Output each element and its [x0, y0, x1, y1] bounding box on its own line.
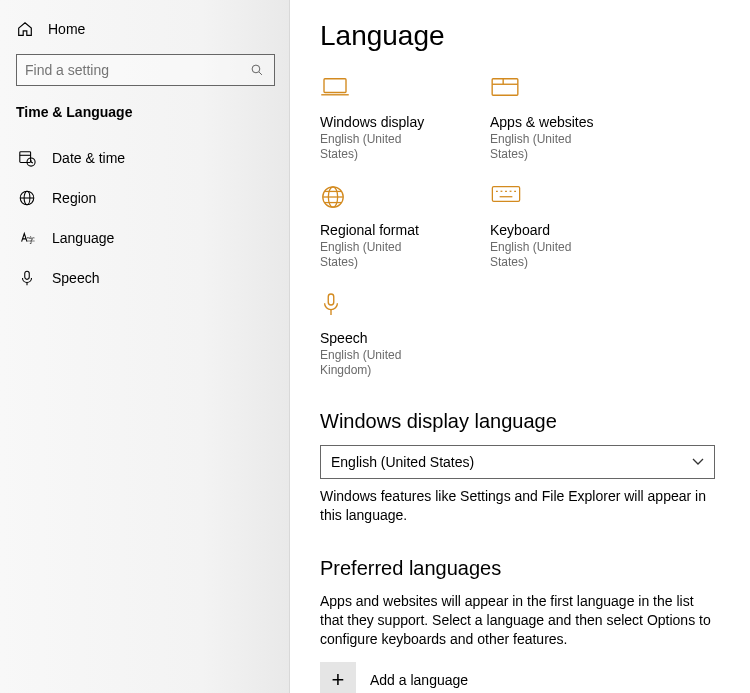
search-box[interactable]	[16, 54, 275, 86]
sidebar-item-label: Language	[52, 230, 114, 246]
sidebar-item-speech[interactable]: Speech	[16, 258, 275, 298]
svg-rect-23	[492, 187, 519, 202]
preferred-languages-heading: Preferred languages	[320, 557, 720, 580]
sidebar-item-label: Date & time	[52, 150, 125, 166]
svg-rect-2	[20, 152, 31, 163]
tile-apps-websites[interactable]: Apps & websites English (United States)	[490, 76, 610, 162]
svg-line-6	[31, 162, 33, 163]
language-icon: 字	[18, 229, 36, 247]
keyboard-icon	[490, 184, 610, 210]
sidebar-item-language[interactable]: 字 Language	[16, 218, 275, 258]
main-content: Language Windows display English (United…	[290, 0, 750, 693]
laptop-icon	[320, 76, 440, 102]
search-icon	[248, 61, 266, 79]
sidebar-item-date-time[interactable]: Date & time	[16, 138, 275, 178]
apps-window-icon	[490, 76, 610, 102]
svg-text:字: 字	[27, 236, 35, 245]
display-language-heading: Windows display language	[320, 410, 720, 433]
sidebar: Home Time & Language Date & time Region	[0, 0, 290, 693]
calendar-clock-icon	[18, 149, 36, 167]
globe-icon	[18, 189, 36, 207]
display-language-dropdown[interactable]: English (United States)	[320, 445, 715, 479]
tile-keyboard[interactable]: Keyboard English (United States)	[490, 184, 610, 270]
home-link[interactable]: Home	[16, 16, 275, 50]
language-tile-grid: Windows display English (United States) …	[320, 76, 720, 378]
page-title: Language	[320, 20, 720, 52]
tile-sub: English (United States)	[490, 132, 610, 162]
sidebar-section-title: Time & Language	[16, 104, 275, 120]
plus-icon: +	[320, 662, 356, 693]
tile-speech[interactable]: Speech English (United Kingdom)	[320, 292, 440, 378]
tile-label: Regional format	[320, 222, 440, 238]
tile-sub: English (United States)	[490, 240, 610, 270]
tile-label: Apps & websites	[490, 114, 610, 130]
svg-line-1	[259, 72, 262, 75]
dropdown-value: English (United States)	[331, 454, 474, 470]
add-language-button[interactable]: + Add a language	[320, 662, 720, 693]
tile-sub: English (United States)	[320, 132, 440, 162]
svg-rect-15	[492, 79, 518, 96]
tile-sub: English (United States)	[320, 240, 440, 270]
globe-region-icon	[320, 184, 440, 210]
tile-label: Windows display	[320, 114, 440, 130]
sidebar-item-label: Speech	[52, 270, 99, 286]
tile-regional-format[interactable]: Regional format English (United States)	[320, 184, 440, 270]
svg-rect-11	[25, 271, 30, 279]
svg-rect-13	[324, 79, 346, 93]
preferred-languages-help: Apps and websites will appear in the fir…	[320, 592, 715, 649]
home-label: Home	[48, 21, 85, 37]
add-language-label: Add a language	[370, 672, 468, 688]
home-icon	[16, 20, 34, 38]
svg-rect-30	[328, 294, 334, 305]
sidebar-item-label: Region	[52, 190, 96, 206]
search-input[interactable]	[25, 62, 248, 78]
display-language-help: Windows features like Settings and File …	[320, 487, 715, 525]
tile-windows-display[interactable]: Windows display English (United States)	[320, 76, 440, 162]
tile-sub: English (United Kingdom)	[320, 348, 440, 378]
microphone-icon	[320, 292, 440, 318]
tile-label: Keyboard	[490, 222, 610, 238]
svg-point-0	[252, 65, 260, 73]
microphone-icon	[18, 269, 36, 287]
sidebar-item-region[interactable]: Region	[16, 178, 275, 218]
chevron-down-icon	[692, 458, 704, 466]
tile-label: Speech	[320, 330, 440, 346]
